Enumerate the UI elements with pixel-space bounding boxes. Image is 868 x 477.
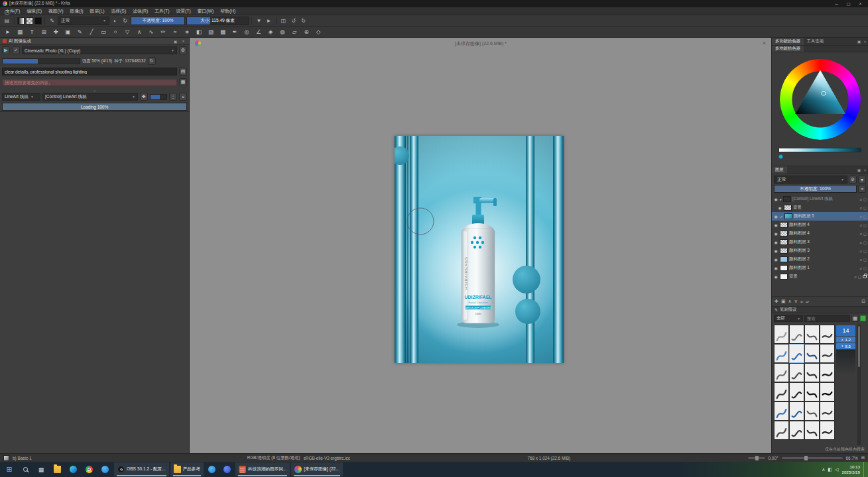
history-icon[interactable]: ▦ [179,78,187,86]
media-app-button[interactable] [97,462,113,477]
start-button[interactable]: ⊞ [1,462,17,477]
artwork-image[interactable]: HSIRAIREAGS UDIZRIFAEL Facial Cleanser G… [395,136,564,363]
menu-item[interactable]: 滤镜(R) [129,8,151,15]
layer-row[interactable]: ◉背景α▢ [772,203,868,212]
canvas-rotation-slider[interactable] [748,457,765,459]
brush-preset-cell[interactable] [804,401,820,421]
search-button[interactable] [17,462,33,477]
preset-search-input[interactable] [804,315,850,322]
remove-control-icon[interactable]: × [179,93,187,101]
brush-preset-cell[interactable] [774,421,789,440]
taskbar-clock[interactable]: 10:13 2025/3/19 [841,464,860,474]
brush-preset-cell[interactable] [774,401,789,421]
layer-visibility-icon[interactable]: ◉ [773,223,778,227]
text-tool[interactable]: T [27,27,37,36]
generate-button[interactable]: ▶ [2,46,10,54]
close-button[interactable]: × [855,1,865,6]
brush-editor-icon[interactable]: ✎ [48,17,56,25]
show-desktop-button[interactable] [863,462,865,477]
menu-item[interactable]: 图像(I) [67,8,87,15]
layer-row[interactable]: ◉颜料图层 4α▢ [772,221,868,229]
brush-preset-cell[interactable] [789,344,804,363]
reload-preset-icon[interactable]: ↻ [121,17,129,25]
brush-preset-cell[interactable] [820,363,835,382]
fullscreen-icon[interactable]: ⊞ [861,455,865,460]
brush-preset-cell[interactable] [804,363,820,382]
add-layer-button[interactable]: ✚ [775,299,778,304]
add-group-button[interactable]: ▣ [781,299,786,304]
chrome-browser-button[interactable] [81,462,97,477]
close-docker-icon[interactable]: × [862,168,868,172]
layer-row[interactable]: ◉✓颜料图层 5α▢ [772,212,868,221]
shade-strip[interactable] [778,148,861,152]
file-explorer-button[interactable] [49,462,65,477]
maximize-button[interactable]: ▢ [843,1,853,7]
brush-preset-cell[interactable] [804,344,820,363]
float-docker-icon[interactable]: ▣ [172,39,178,44]
value-up-stepper[interactable]: ▲ 1.2 [836,337,855,343]
document-close-icon[interactable]: × [763,40,766,46]
layer-style-icon[interactable]: ▢ [858,275,861,279]
layer-style-icon[interactable]: ▢ [863,197,867,201]
brush-preset-cell[interactable] [774,325,789,344]
bezier-tool[interactable]: ∿ [146,27,156,36]
volume-icon[interactable]: ◁ [835,467,838,472]
freehand-brush-tool[interactable]: ✎ [74,27,85,36]
settings-gear-icon[interactable]: ⚙ [179,46,187,54]
obs-window-button[interactable]: OBS 30.1.2 - 配置... [114,462,169,476]
layer-row[interactable]: ◉颜料图层 2α▢ [772,255,868,264]
inherit-alpha-icon[interactable]: α [860,249,862,253]
layer-row[interactable]: ◉▸[Contorl] LineArt 线稿α▢ [772,195,868,203]
brush-preset-cell[interactable] [820,382,835,401]
layer-menu-icon[interactable]: ≡ [858,185,866,193]
layer-style-icon[interactable]: ▢ [863,215,867,219]
inherit-alpha-icon[interactable]: α [860,223,862,227]
inherit-alpha-icon[interactable]: α [860,240,862,244]
close-docker-icon[interactable]: × [180,39,186,43]
crop-tool[interactable]: ▣ [62,27,73,36]
transform-tool[interactable]: ⊞ [38,27,49,36]
fill-tool[interactable]: ◧ [194,27,204,36]
layer-visibility-icon[interactable]: ◉ [773,240,778,244]
control-strength-slider[interactable] [150,94,167,100]
inherit-alpha-icon[interactable]: α [860,266,862,270]
layer-visibility-icon[interactable]: ◉ [773,248,778,253]
layer-style-icon[interactable]: ▢ [863,232,867,236]
reference-images-tool[interactable]: ▱ [289,27,300,36]
measure-tool[interactable]: ∠ [253,27,264,36]
smart-patch-tool[interactable]: ◈ [265,27,276,36]
brush-preset-cell[interactable] [804,325,820,344]
inherit-alpha-icon[interactable]: α [860,258,862,262]
assistants-tool[interactable]: ◎ [241,27,252,36]
tab-color-selector[interactable]: 多功能拾色器 [772,38,804,45]
wraparound-icon[interactable]: ◐ [111,17,119,25]
saturation-triangle[interactable] [780,59,861,140]
menu-item[interactable]: 帮助(H) [217,8,239,15]
layer-row[interactable]: ◉颜料图层 3α▢ [772,238,868,246]
new-document-icon[interactable]: ▢ [3,8,11,17]
layer-style-icon[interactable]: ▢ [863,240,867,244]
tag-filter-dropdown[interactable]: 全部 ▼ [774,315,803,322]
gradient-tool-icon[interactable]: ▼ [255,17,263,25]
layer-visibility-icon[interactable]: ◉ [773,197,778,201]
queue-icon[interactable]: ▤ [179,68,187,76]
zoom-tool[interactable]: ⊕ [301,27,312,36]
move-tool[interactable]: ✚ [50,27,61,36]
blend-mode-dropdown[interactable]: 正常 ▼ [58,17,109,25]
polyline-tool[interactable]: ∧ [134,27,145,36]
freehand-path-tool[interactable]: ✏ [158,27,168,36]
brush-size-slider[interactable]: 大小: 115.49 像素 [186,17,249,25]
move-layer-up-button[interactable]: ∧ [788,299,792,304]
pointer-tool[interactable]: ► [3,27,13,36]
move-layer-down-button[interactable]: ∨ [794,299,798,304]
menu-item[interactable]: 工具(T) [151,8,172,15]
pattern-chooser[interactable] [26,17,33,25]
brush-preset-cell[interactable] [820,401,835,421]
layer-visibility-icon[interactable]: ◉ [773,266,778,270]
brush-preset-cell[interactable] [789,421,804,440]
layer-style-icon[interactable]: ▢ [863,223,867,227]
menu-item[interactable]: 窗口(W) [194,8,217,15]
menu-item[interactable]: 视图(V) [45,8,67,15]
canvas-area[interactable]: [未保存图像] (22.6 MiB) * × [190,38,771,453]
apply-button[interactable]: ✓ [12,46,20,54]
